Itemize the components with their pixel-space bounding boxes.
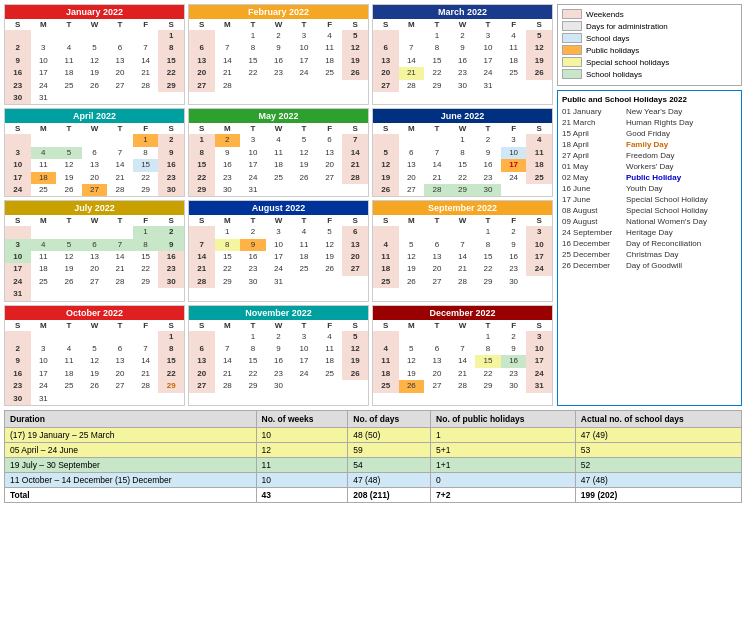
days-4: 47 (48) [348,472,431,487]
holiday-date-1: 21 March [562,118,622,127]
side-panel: Weekends Days for administration School … [557,4,742,406]
holiday-date-0: 01 January [562,107,622,116]
calendar-september: September 2022 SMTWTFS 123 45678910 1112… [372,200,553,301]
col-pubhol: No. of public holidays [431,410,576,427]
days-total: 208 (211) [348,487,431,502]
holiday-name-9: Special School Holiday [626,206,708,215]
may-header: May 2022 [189,109,368,123]
jul-header: July 2022 [5,201,184,215]
col-days: No. of days [348,410,431,427]
calendar-december: December 2022 SMTWTFS 123 45678910 11121… [372,305,553,406]
holiday-name-10: National Women's Day [626,217,707,226]
calendar-august: August 2022 SMTWTFS 123456 78910111213 1… [188,200,369,301]
jun-header: June 2022 [373,109,552,123]
legend-weekends: Weekends [562,9,737,19]
duration-1: (17) 19 January – 25 March [5,427,257,442]
aug-header: August 2022 [189,201,368,215]
days-2: 59 [348,442,431,457]
schooldays-1: 47 (49) [575,427,741,442]
holidays-title: Public and School Holidays 2022 [562,95,737,104]
legend-label-school: School days [586,34,630,43]
schooldays-total: 199 (202) [575,487,741,502]
holiday-name-3: Family Day [626,140,668,149]
schooldays-2: 53 [575,442,741,457]
calendar-may: May 2022 SMTWTFS 1234567 891011121314 15… [188,108,369,197]
main-container: January 2022 SMTWTFS 1 2345678 910111213… [0,0,746,507]
legend-label-special: Special school holidays [586,58,669,67]
calendar-row-3: July 2022 SMTWTFS 12 3456789 10111213141… [4,200,553,301]
holiday-date-6: 02 May [562,173,622,182]
oct-header: October 2022 [5,306,184,320]
holiday-name-2: Good Friday [626,129,670,138]
holiday-date-3: 18 April [562,140,622,149]
calendar-row-4: October 2022 SMTWTFS 1 2345678 910111213… [4,305,553,406]
nov-header: November 2022 [189,306,368,320]
holiday-name-1: Human Rights Day [626,118,693,127]
holiday-date-5: 01 May [562,162,622,171]
duration-2: 05 April – 24 June [5,442,257,457]
holiday-row-1: 21 March Human Rights Day [562,118,737,127]
holiday-date-10: 09 August [562,217,622,226]
legend-color-admin [562,21,582,31]
calendar-row-1: January 2022 SMTWTFS 1 2345678 910111213… [4,4,553,105]
calendar-july: July 2022 SMTWTFS 12 3456789 10111213141… [4,200,185,301]
legend-schoolhol: School holidays [562,69,737,79]
holiday-date-7: 16 June [562,184,622,193]
holiday-date-12: 16 December [562,239,622,248]
calendar-march: March 2022 SMTWTFS 12345 6789101112 1314… [372,4,553,105]
col-schooldays: Actual no. of school days [575,410,741,427]
table-row-2: 05 April – 24 June 12 59 5+1 53 [5,442,742,457]
holiday-name-7: Youth Day [626,184,663,193]
holiday-row-13: 25 December Christmas Day [562,250,737,259]
pubhol-total: 7+2 [431,487,576,502]
duration-total: Total [5,487,257,502]
holiday-name-0: New Year's Day [626,107,682,116]
calendar-february: February 2022 SMTWTFS 12345 6789101112 1… [188,4,369,105]
sep-header: September 2022 [373,201,552,215]
bottom-table: Duration No. of weeks No. of days No. of… [4,410,742,503]
holiday-name-6: Public Holiday [626,173,681,182]
holiday-date-8: 17 June [562,195,622,204]
holiday-row-0: 01 January New Year's Day [562,107,737,116]
pubhol-3: 1+1 [431,457,576,472]
holiday-row-9: 08 August Special School Holiday [562,206,737,215]
holiday-date-11: 24 September [562,228,622,237]
calendar-january: January 2022 SMTWTFS 1 2345678 910111213… [4,4,185,105]
legend-color-weekends [562,9,582,19]
holiday-date-9: 08 August [562,206,622,215]
holiday-row-2: 15 April Good Friday [562,129,737,138]
holiday-row-10: 09 August National Women's Day [562,217,737,226]
holiday-name-14: Day of Goodwill [626,261,682,270]
pubhol-2: 5+1 [431,442,576,457]
weeks-2: 12 [256,442,348,457]
legend-box: Weekends Days for administration School … [557,4,742,86]
schooldays-3: 52 [575,457,741,472]
legend-color-schoolhol [562,69,582,79]
calendar-row-2: April 2022 SMTWTFS 12 3456789 1011121314… [4,108,553,197]
table-row-3: 19 July – 30 September 11 54 1+1 52 [5,457,742,472]
jan-header: January 2022 [5,5,184,19]
holiday-name-4: Freedom Day [626,151,674,160]
holiday-date-14: 26 December [562,261,622,270]
weeks-total: 43 [256,487,348,502]
table-row-1: (17) 19 January – 25 March 10 48 (50) 1 … [5,427,742,442]
holiday-row-11: 24 September Heritage Day [562,228,737,237]
holiday-row-5: 01 May Workers' Day [562,162,737,171]
pubhol-4: 0 [431,472,576,487]
calendar-june: June 2022 SMTWTFS 1234 567891011 1213141… [372,108,553,197]
holiday-name-12: Day of Reconciliation [626,239,701,248]
holidays-box: Public and School Holidays 2022 01 Janua… [557,90,742,406]
calendar-april: April 2022 SMTWTFS 12 3456789 1011121314… [4,108,185,197]
holiday-row-14: 26 December Day of Goodwill [562,261,737,270]
weeks-3: 11 [256,457,348,472]
legend-admin: Days for administration [562,21,737,31]
calendar-november: November 2022 SMTWTFS 12345 6789101112 1… [188,305,369,406]
holiday-name-11: Heritage Day [626,228,673,237]
holiday-row-8: 17 June Special School Holiday [562,195,737,204]
holiday-date-4: 27 April [562,151,622,160]
pubhol-1: 1 [431,427,576,442]
holiday-date-13: 25 December [562,250,622,259]
holiday-row-6: 02 May Public Holiday [562,173,737,182]
legend-special: Special school holidays [562,57,737,67]
duration-4: 11 October – 14 December (15) December [5,472,257,487]
